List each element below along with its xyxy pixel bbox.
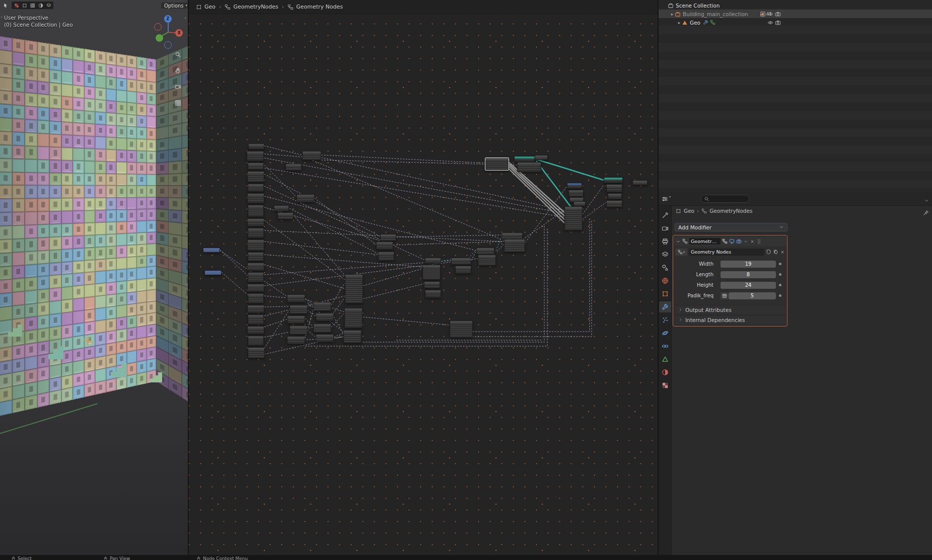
- geometry-node[interactable]: [604, 177, 623, 183]
- properties-tab-texture[interactable]: [659, 380, 671, 391]
- browse-node-group-button[interactable]: ▾: [675, 249, 687, 256]
- field-value-slider[interactable]: 8: [721, 271, 776, 278]
- geometry-node[interactable]: [248, 163, 264, 170]
- outliner-item-label[interactable]: Scene Collection: [674, 3, 720, 9]
- pin-icon[interactable]: [923, 208, 929, 218]
- geometry-node[interactable]: [248, 184, 264, 192]
- geometry-node[interactable]: [316, 334, 334, 342]
- geometry-node[interactable]: [248, 293, 264, 303]
- geometry-node[interactable]: [247, 326, 264, 334]
- unlink-icon[interactable]: [780, 247, 785, 257]
- geometry-node[interactable]: [247, 284, 264, 292]
- geometry-node[interactable]: [248, 143, 264, 149]
- gizmo-z-neg-axis[interactable]: [164, 41, 172, 49]
- geometry-node[interactable]: [248, 336, 264, 346]
- properties-tab-scene[interactable]: [659, 262, 671, 273]
- geometry-node[interactable]: [248, 228, 264, 238]
- input-attribute-toggle[interactable]: [721, 292, 728, 299]
- properties-tab-tool[interactable]: [659, 210, 671, 221]
- geometry-node[interactable]: [290, 326, 308, 335]
- viewport-tool-icon-1[interactable]: [13, 2, 20, 9]
- breadcrumb-item[interactable]: GeometryNodes: [233, 4, 278, 10]
- geometry-node[interactable]: [274, 205, 289, 211]
- breadcrumb-item[interactable]: Geometry Nodes: [296, 4, 343, 10]
- modifier-name-field[interactable]: GeometryNodes: [689, 238, 721, 245]
- duplicate-icon[interactable]: [773, 247, 778, 257]
- animate-property-dot[interactable]: [779, 263, 781, 265]
- viewport-tool-icon-4[interactable]: [37, 2, 44, 9]
- geometry-node[interactable]: [568, 190, 584, 197]
- geometry-node[interactable]: [287, 294, 305, 302]
- display-render-toggle-icon[interactable]: [736, 236, 742, 246]
- properties-options-chevron[interactable]: [924, 196, 929, 205]
- geometry-node[interactable]: [376, 242, 393, 250]
- field-value-slider[interactable]: 5: [729, 292, 776, 299]
- outliner-row[interactable]: ▸ Building_main_collection 41: [659, 10, 932, 18]
- properties-tab-material[interactable]: [659, 367, 671, 378]
- viewport-tool-icon-2[interactable]: [21, 2, 28, 9]
- videocam-nav-button[interactable]: [175, 83, 181, 92]
- drag-handle-icon[interactable]: [756, 236, 762, 246]
- remove-modifier-icon[interactable]: [750, 236, 755, 246]
- viewport-tool-icon-3[interactable]: [29, 2, 36, 9]
- checkbox-icon[interactable]: [760, 11, 766, 17]
- camera-icon[interactable]: [775, 20, 781, 26]
- geometry-node[interactable]: [343, 330, 362, 343]
- geometry-node[interactable]: [313, 324, 331, 333]
- sidebar-expand-chevron[interactable]: ‹: [184, 15, 186, 21]
- geometry-node[interactable]: [478, 255, 496, 266]
- properties-tab-object[interactable]: [659, 288, 671, 299]
- geometry-node[interactable]: [608, 193, 622, 199]
- geometry-node[interactable]: [316, 313, 334, 321]
- geometry-node[interactable]: [424, 281, 440, 288]
- geometry-node[interactable]: [344, 308, 363, 328]
- hand-nav-button[interactable]: [175, 66, 181, 76]
- add-modifier-button[interactable]: Add Modifier: [675, 223, 787, 231]
- 3d-viewport[interactable]: Options ▾ User Perspective (0) Scene Col…: [0, 0, 189, 555]
- geometry-node[interactable]: [535, 155, 548, 160]
- node-editor-toggle-icon[interactable]: [722, 236, 728, 246]
- geometry-node[interactable]: [247, 239, 264, 251]
- geometry-node[interactable]: [345, 274, 363, 303]
- editor-type-button[interactable]: ▾: [662, 195, 671, 204]
- properties-breadcrumb-item[interactable]: GeometryNodes: [709, 208, 752, 214]
- animate-property-dot[interactable]: [779, 294, 781, 297]
- node-canvas[interactable]: [189, 14, 659, 555]
- geometry-node[interactable]: [514, 156, 535, 162]
- geometry-node[interactable]: [248, 205, 264, 217]
- animate-property-dot[interactable]: [779, 284, 781, 286]
- gizmo-x-axis[interactable]: X: [175, 29, 183, 37]
- geometry-node[interactable]: [248, 252, 264, 261]
- toolbar-expand-chevron[interactable]: ‹: [1, 14, 3, 20]
- geometry-node[interactable]: [422, 265, 441, 280]
- expand-caret[interactable]: ▸: [670, 12, 675, 17]
- geometry-node[interactable]: [313, 302, 331, 311]
- gizmo-x-neg-axis[interactable]: [154, 23, 162, 31]
- properties-search-input[interactable]: [701, 195, 749, 203]
- gizmo-z-axis[interactable]: Z: [164, 15, 172, 23]
- outliner-item-label[interactable]: Geo: [688, 20, 700, 26]
- geometry-node[interactable]: [203, 248, 220, 253]
- eye-icon[interactable]: [767, 11, 773, 17]
- geometry-node[interactable]: [247, 171, 264, 182]
- outliner-item-label[interactable]: Building_main_collection: [681, 11, 748, 17]
- geometry-node[interactable]: [290, 305, 308, 314]
- geometry-node[interactable]: [287, 315, 305, 324]
- properties-tab-wrench[interactable]: [659, 301, 671, 312]
- field-value-slider[interactable]: 24: [721, 282, 776, 289]
- geometry-node[interactable]: [297, 194, 315, 202]
- geometry-node[interactable]: [476, 248, 494, 255]
- properties-tab-constraints[interactable]: [659, 341, 671, 352]
- geometry-node[interactable]: [287, 336, 305, 344]
- collapsible-section[interactable]: Output Attributes: [674, 305, 786, 314]
- properties-tab-data-tri[interactable]: [659, 354, 671, 365]
- fake-user-shield-icon[interactable]: [766, 247, 771, 257]
- viewport-options-button[interactable]: Options ▾: [161, 2, 189, 9]
- geometry-node[interactable]: [247, 305, 264, 313]
- node-group-name-field[interactable]: Geometry Nodes: [689, 249, 764, 256]
- geometry-node[interactable]: [248, 314, 264, 325]
- geometry-node[interactable]: [248, 347, 265, 358]
- geometry-node[interactable]: [567, 183, 582, 189]
- expand-chevron-icon[interactable]: [676, 236, 681, 246]
- geometry-node[interactable]: [450, 321, 473, 338]
